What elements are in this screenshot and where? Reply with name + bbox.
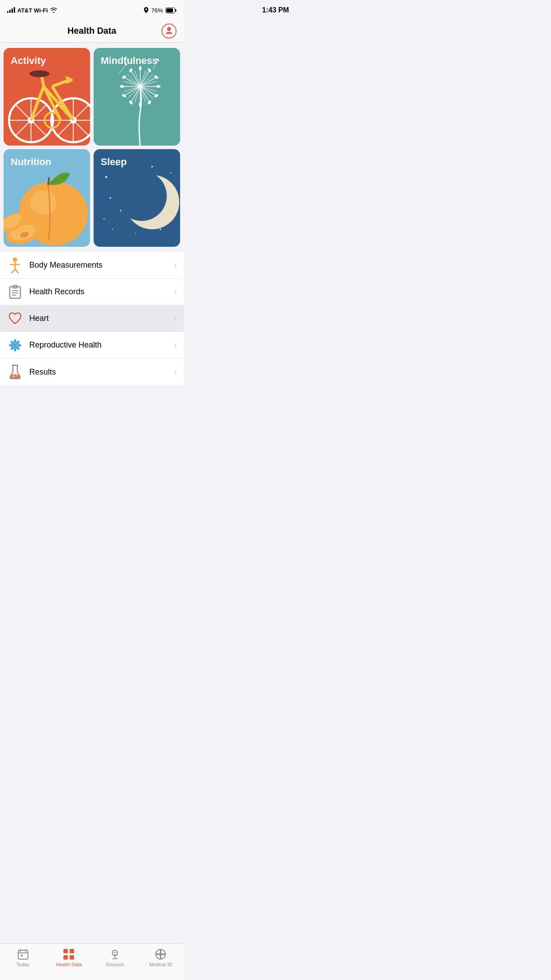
results-item[interactable]: Results ›	[0, 359, 184, 385]
svg-point-85	[160, 229, 161, 230]
location-icon	[144, 7, 149, 13]
status-bar: AT&T Wi-Fi 1:43 PM 76%	[0, 0, 184, 20]
svg-point-41	[122, 94, 126, 98]
status-right: 76%	[144, 7, 177, 14]
carrier-label: AT&T Wi-Fi	[17, 7, 48, 14]
reproductive-health-chevron: ›	[174, 340, 177, 350]
svg-point-84	[112, 229, 113, 230]
battery-percent: 76%	[151, 7, 163, 14]
svg-line-18	[42, 76, 44, 87]
health-records-chevron: ›	[174, 287, 177, 296]
sleep-label: Sleep	[101, 156, 127, 168]
mindfulness-label: Mindfulness	[101, 55, 157, 67]
status-left: AT&T Wi-Fi	[7, 7, 57, 14]
health-records-item[interactable]: Health Records ›	[0, 279, 184, 305]
peach-art	[4, 165, 90, 247]
svg-line-16	[52, 87, 74, 120]
body-measurements-label: Body Measurements	[29, 261, 174, 270]
svg-point-82	[170, 172, 172, 174]
svg-point-47	[129, 68, 133, 73]
svg-point-80	[103, 218, 105, 220]
profile-icon	[164, 26, 174, 36]
body-measurements-chevron: ›	[174, 261, 177, 270]
clipboard-icon	[7, 284, 23, 300]
svg-point-110	[16, 375, 17, 376]
nutrition-label: Nutrition	[11, 156, 51, 168]
heart-item[interactable]: Heart ›	[0, 305, 184, 332]
activity-label: Activity	[11, 55, 46, 67]
svg-point-19	[29, 70, 50, 77]
nav-bar: Health Data	[0, 20, 184, 43]
svg-rect-1	[175, 9, 177, 12]
svg-point-76	[151, 166, 153, 167]
svg-point-66	[30, 190, 57, 215]
wifi-icon	[50, 8, 57, 13]
svg-point-45	[122, 75, 126, 79]
battery-icon	[165, 8, 177, 13]
svg-point-43	[120, 85, 124, 88]
svg-rect-2	[166, 8, 173, 12]
svg-point-25	[139, 66, 142, 71]
heart-chevron: ›	[174, 314, 177, 323]
flower-icon	[7, 337, 23, 353]
svg-point-29	[154, 75, 159, 79]
reproductive-health-item[interactable]: Reproductive Health ›	[0, 332, 184, 359]
svg-point-78	[110, 197, 111, 199]
svg-point-33	[154, 94, 159, 98]
profile-button[interactable]	[161, 24, 177, 39]
svg-point-27	[147, 68, 152, 73]
svg-point-103	[17, 344, 21, 347]
health-records-label: Health Records	[29, 287, 174, 296]
body-measurements-item[interactable]: Body Measurements ›	[0, 252, 184, 279]
svg-point-37	[139, 103, 142, 107]
dandelion-art	[105, 57, 176, 146]
flask-icon	[7, 364, 23, 380]
svg-line-92	[12, 269, 15, 273]
svg-point-100	[14, 339, 16, 344]
svg-point-39	[129, 100, 133, 105]
person-icon	[7, 257, 23, 273]
svg-point-102	[9, 344, 13, 347]
list-section: Body Measurements › Health Records › Hea…	[0, 252, 184, 385]
svg-point-88	[117, 171, 167, 221]
svg-point-86	[135, 233, 136, 234]
svg-point-31	[156, 85, 161, 88]
svg-line-93	[15, 269, 18, 273]
svg-point-109	[13, 375, 15, 377]
results-label: Results	[29, 368, 174, 377]
cards-grid: Activity	[0, 43, 184, 252]
reproductive-health-label: Reproductive Health	[29, 340, 174, 350]
results-chevron: ›	[174, 368, 177, 377]
svg-point-35	[147, 100, 152, 105]
sleep-card[interactable]: Sleep	[94, 149, 180, 247]
nutrition-card[interactable]: Nutrition	[4, 149, 90, 247]
mindfulness-card[interactable]: Mindfulness	[94, 48, 180, 146]
svg-point-73	[105, 176, 107, 178]
activity-card[interactable]: Activity	[4, 48, 90, 146]
heart-label: Heart	[29, 314, 174, 323]
signal-bars	[7, 8, 15, 13]
heart-icon	[7, 311, 23, 327]
bicycle-art	[4, 57, 90, 146]
svg-point-101	[14, 347, 16, 352]
nav-title: Health Data	[67, 26, 116, 36]
